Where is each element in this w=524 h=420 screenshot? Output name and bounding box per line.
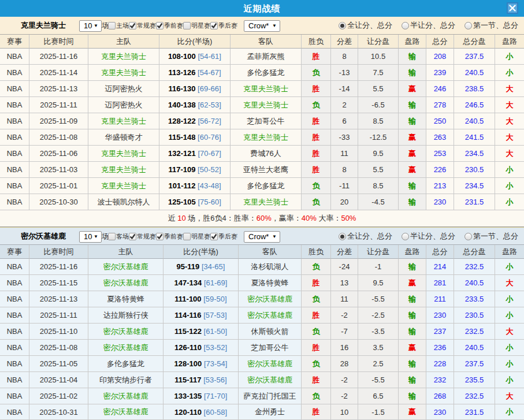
full-score: 128-100 xyxy=(174,359,202,368)
cell-away-team[interactable]: 克里夫兰骑士 xyxy=(231,81,302,97)
cell-home-team[interactable]: 密尔沃基雄鹿 xyxy=(88,340,163,356)
cell-away-team[interactable]: 克里夫兰骑士 xyxy=(231,194,302,210)
cell-handicap-result: 输 xyxy=(399,324,426,340)
cell-score: 115-117 [53-56] xyxy=(163,372,239,388)
checkbox-label: 季前赛 xyxy=(164,232,183,241)
check-icon xyxy=(211,233,217,240)
cell-total-points: 268 xyxy=(426,388,454,404)
cell-margin: 10 xyxy=(331,404,358,420)
results-table-cavaliers: 赛事比赛时间主队比分(半场)客队胜负分差让分盘盘路总分总分盘盘路 NBA2025… xyxy=(0,35,524,210)
table-header-row: 赛事比赛时间主队比分(半场)客队胜负分差让分盘盘路总分总分盘盘路 xyxy=(0,245,524,259)
cell-total-points: 237 xyxy=(426,324,454,340)
cell-win-loss: 负 xyxy=(302,259,331,275)
cell-home-team[interactable]: 密尔沃基雄鹿 xyxy=(88,259,163,275)
cell-score: 117-109 [50-52] xyxy=(159,162,231,178)
odds-company-select[interactable]: Crow*▼ xyxy=(244,20,280,32)
checkbox-明星赛[interactable] xyxy=(183,22,191,29)
full-score: 115-122 xyxy=(174,327,202,336)
cell-home-team[interactable]: 克里夫兰骑士 xyxy=(88,162,159,178)
cell-win-loss: 负 xyxy=(302,356,331,372)
cell-home-team: 波士顿凯尔特人 xyxy=(88,194,159,210)
cell-total-points: 230 xyxy=(426,307,454,324)
cell-handicap-line: 8.5 xyxy=(358,178,399,194)
half-score: [57-53] xyxy=(203,311,226,319)
half-score: [54-61] xyxy=(198,52,221,61)
odds-company-select[interactable]: Crow*▼ xyxy=(244,231,280,243)
checkbox-主场[interactable] xyxy=(108,22,116,29)
games-count-value: 10 xyxy=(84,21,92,30)
column-header: 分差 xyxy=(331,245,358,259)
checkbox-明星赛[interactable] xyxy=(183,233,191,240)
cell-away-team[interactable]: 密尔沃基雄鹿 xyxy=(239,372,302,388)
radio-半让分、总分[interactable] xyxy=(402,233,409,240)
cell-away-team[interactable]: 克里夫兰骑士 xyxy=(231,129,302,146)
cell-home-team[interactable]: 密尔沃基雄鹿 xyxy=(88,324,163,340)
games-count-select[interactable]: 10▼ xyxy=(79,231,102,243)
checkbox-季后赛[interactable] xyxy=(210,233,218,240)
cell-over-under: 大 xyxy=(495,275,524,291)
odds-company-value: Crow* xyxy=(248,232,269,241)
cell-margin: -2 xyxy=(331,388,358,404)
cell-total-line: 234.5 xyxy=(454,178,495,194)
cell-win-loss: 胜 xyxy=(302,275,331,291)
radio-全让分、总分[interactable] xyxy=(339,22,346,29)
cell-home-team[interactable]: 密尔沃基雄鹿 xyxy=(88,388,163,404)
cell-away-team: 多伦多猛龙 xyxy=(231,65,302,81)
cell-handicap-result: 输 xyxy=(399,113,426,129)
half-score: [61-50] xyxy=(204,327,227,336)
cell-date: 2025-11-01 xyxy=(29,178,88,194)
cell-over-under: 小 xyxy=(495,49,524,65)
cell-home-team[interactable]: 克里夫兰骑士 xyxy=(88,178,159,194)
column-header: 主队 xyxy=(88,245,163,259)
full-score: 128-122 xyxy=(168,117,196,125)
cell-total-line: 241.5 xyxy=(454,129,495,146)
cell-margin: 13 xyxy=(331,275,358,291)
close-button[interactable] xyxy=(507,2,518,14)
cell-margin: -2 xyxy=(331,307,358,324)
checkbox-季后赛[interactable] xyxy=(210,22,218,29)
cell-total-points: 213 xyxy=(426,178,454,194)
cell-handicap-line: -6.5 xyxy=(358,97,399,113)
checkbox-label: 明星赛 xyxy=(191,232,210,241)
half-score: [53-52] xyxy=(204,343,227,352)
checkbox-季前赛[interactable] xyxy=(156,22,163,29)
checkbox-常规赛[interactable] xyxy=(129,233,136,240)
radio-半让分、总分[interactable] xyxy=(402,22,409,29)
cell-away-team[interactable]: 克里夫兰骑士 xyxy=(231,97,302,113)
cell-total-line: 234.5 xyxy=(454,146,495,162)
cell-league: NBA xyxy=(0,65,29,81)
cell-home-team[interactable]: 密尔沃基雄鹿 xyxy=(88,275,163,291)
cell-home-team[interactable]: 克里夫兰骑士 xyxy=(88,113,159,129)
column-header: 盘路 xyxy=(495,35,524,49)
cell-home-team[interactable]: 克里夫兰骑士 xyxy=(88,49,159,65)
column-header: 盘路 xyxy=(495,245,524,259)
radio-全让分、总分[interactable] xyxy=(339,233,346,240)
cell-total-points: 246 xyxy=(426,81,454,97)
radio-第一节、总分[interactable] xyxy=(464,233,472,240)
cell-over-under: 小 xyxy=(495,307,524,324)
cell-league: NBA xyxy=(0,291,29,307)
cell-score: 126-110 [53-52] xyxy=(163,340,239,356)
cell-over-under: 小 xyxy=(495,404,524,420)
full-score: 147-134 xyxy=(174,278,202,287)
radio-第一节、总分[interactable] xyxy=(464,22,472,29)
cell-score: 114-116 [57-53] xyxy=(163,307,239,324)
cell-total-line: 246.5 xyxy=(454,97,495,113)
games-count-select[interactable]: 10▼ xyxy=(79,20,102,32)
column-header: 客队 xyxy=(231,35,302,49)
cell-away-team[interactable]: 密尔沃基雄鹿 xyxy=(239,291,302,307)
cell-away-team[interactable]: 密尔沃基雄鹿 xyxy=(239,356,302,372)
cell-over-under: 大 xyxy=(495,324,524,340)
half-score: [62-53] xyxy=(198,101,221,109)
game-row: NBA2025-11-13夏洛特黄蜂111-100 [59-50]密尔沃基雄鹿负… xyxy=(0,291,524,307)
cell-away-team[interactable]: 密尔沃基雄鹿 xyxy=(239,307,302,324)
column-header: 客队 xyxy=(239,245,302,259)
cell-home-team[interactable]: 克里夫兰骑士 xyxy=(88,146,159,162)
game-row: NBA2025-10-30波士顿凯尔特人125-105 [75-60]克里夫兰骑… xyxy=(0,194,524,210)
checkbox-客场[interactable] xyxy=(108,233,116,240)
cell-win-loss: 负 xyxy=(302,291,331,307)
checkbox-常规赛[interactable] xyxy=(129,22,136,29)
cell-home-team[interactable]: 密尔沃基雄鹿 xyxy=(88,404,163,420)
cell-home-team[interactable]: 克里夫兰骑士 xyxy=(88,65,159,81)
checkbox-季前赛[interactable] xyxy=(156,233,163,240)
